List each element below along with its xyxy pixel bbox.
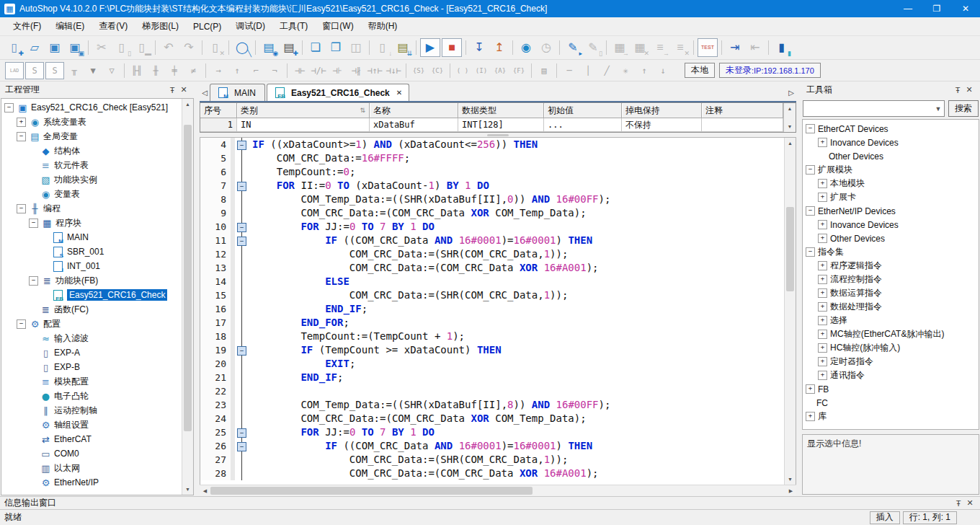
search-button[interactable]: 搜索: [948, 100, 979, 117]
contact-series-no-icon[interactable]: ⊣⊦: [329, 63, 346, 79]
contact-no-icon[interactable]: ⊣⊢: [291, 63, 308, 79]
fold-marker[interactable]: −: [235, 439, 249, 453]
tree-item-数据处理指令[interactable]: +数据处理指令: [803, 300, 979, 314]
collapse-icon[interactable]: −: [17, 132, 26, 141]
collapse-icon[interactable]: −: [17, 319, 26, 329]
scroll-up-icon[interactable]: ▲: [182, 99, 193, 110]
chip-write-icon[interactable]: ▦→: [610, 39, 629, 56]
copy-icon[interactable]: ▯▯: [112, 39, 131, 56]
tree-item-结构体[interactable]: ◆结构体: [1, 144, 182, 158]
row-insert-icon[interactable]: ≡→: [651, 39, 669, 56]
tree-item-系统变量表[interactable]: +◉系统变量表: [1, 115, 182, 129]
tree-item-程序块[interactable]: −▦程序块: [1, 216, 182, 230]
undo-icon[interactable]: ↶: [159, 39, 178, 56]
tab-MAIN[interactable]: MMAIN: [210, 84, 265, 101]
batch-monitor-icon[interactable]: ◫: [347, 39, 365, 56]
fold-marker[interactable]: −: [235, 138, 249, 151]
pin-icon[interactable]: Ŧ: [953, 499, 964, 508]
contact-nc-icon[interactable]: ⊣/⊢: [310, 63, 327, 79]
redo-icon[interactable]: ↷: [179, 39, 198, 56]
tab-scroll-right[interactable]: ▷: [786, 85, 796, 100]
coil-inverse-icon[interactable]: (I): [473, 63, 490, 79]
table-cell[interactable]: 不保持: [622, 118, 702, 132]
window-export-icon[interactable]: ❐: [326, 39, 345, 56]
local-button[interactable]: 本地: [685, 63, 715, 78]
tree-item-全局变量[interactable]: −▤全局变量: [1, 129, 182, 144]
tree-item-输入滤波[interactable]: ≈输入滤波: [1, 331, 182, 345]
pin-icon[interactable]: Ŧ: [952, 86, 963, 94]
menu-PLC(P)[interactable]: PLC(P): [186, 17, 228, 35]
column-header-掉电保持[interactable]: 掉电保持: [622, 103, 702, 118]
scroll-left-icon[interactable]: ◀: [200, 485, 210, 496]
fold-marker[interactable]: −: [235, 220, 249, 234]
expand-icon[interactable]: +: [806, 384, 815, 394]
restore-button[interactable]: ❐: [922, 0, 951, 17]
tree-item-Other Devices[interactable]: Other Devices: [803, 149, 979, 163]
ladder-col-add-icon[interactable]: ≠: [184, 63, 202, 79]
collapse-icon[interactable]: −: [806, 124, 815, 133]
search-icon[interactable]: ◯╲: [233, 39, 251, 56]
run-icon[interactable]: ▶: [420, 38, 440, 57]
sfc-step2-icon[interactable]: S: [45, 62, 64, 79]
tab-close-icon[interactable]: ✕: [396, 89, 402, 97]
tree-item-定时器指令[interactable]: +定时器指令: [803, 355, 979, 369]
column-header-数据类型[interactable]: 数据类型: [458, 103, 544, 118]
tree-item-扩展卡[interactable]: +扩展卡: [803, 190, 979, 204]
minimize-button[interactable]: —: [894, 0, 922, 17]
expand-icon[interactable]: +: [818, 316, 827, 325]
tree-item-EXP-B[interactable]: ▯EXP-B: [1, 360, 182, 374]
func-block-a-icon[interactable]: {A}: [491, 63, 509, 79]
scroll-up-icon[interactable]: ▲: [785, 103, 796, 114]
table-cell[interactable]: INT[128]: [458, 118, 544, 132]
project-tree-scrollbar[interactable]: ▲ ▼: [182, 99, 193, 495]
delete-icon[interactable]: ▯✕: [206, 39, 225, 56]
tree-item-指令集[interactable]: −指令集: [803, 245, 979, 259]
window-cascade-icon[interactable]: ❏: [306, 39, 325, 56]
expand-icon[interactable]: +: [818, 357, 827, 366]
chip-erase-icon[interactable]: ▦✕: [631, 39, 649, 56]
func-block-f-icon[interactable]: {F}: [510, 63, 527, 79]
table-cell[interactable]: [702, 118, 783, 132]
tree-item-MC轴控(EtherCAT&脉冲输出)[interactable]: +MC轴控(EtherCAT&脉冲输出): [803, 327, 979, 341]
tree-item-EXP-A[interactable]: ▯EXP-A: [1, 345, 182, 360]
collapse-icon[interactable]: −: [29, 276, 38, 286]
chevron-down-icon[interactable]: ▼: [932, 105, 944, 112]
tree-item-流程控制指令[interactable]: +流程控制指令: [803, 273, 979, 286]
device-panel-icon[interactable]: ▮▮: [772, 39, 791, 56]
compile-all-icon[interactable]: ▤⇊: [393, 39, 412, 56]
tree-item-EtherNet/IP Devices[interactable]: −EtherNet/IP Devices: [803, 204, 979, 218]
menu-查看(V)[interactable]: 查看(V): [92, 17, 135, 35]
save-icon[interactable]: ▣: [45, 39, 64, 56]
ladder-row-insert-icon[interactable]: ╟╢: [128, 63, 146, 79]
expand-icon[interactable]: +: [818, 288, 827, 298]
tree-item-函数(FC)[interactable]: ≣函数(FC): [1, 302, 182, 317]
scroll-down-icon[interactable]: ▼: [182, 484, 193, 495]
tab-scroll-left[interactable]: ◁: [200, 85, 210, 100]
print-icon[interactable]: ▤✚: [280, 39, 298, 56]
expand-icon[interactable]: +: [818, 193, 827, 202]
tree-item-运动控制轴[interactable]: ‖运动控制轴: [1, 403, 182, 418]
line-delete-icon[interactable]: ╱: [598, 63, 615, 79]
column-header-初始值[interactable]: 初始值: [544, 103, 622, 118]
tree-item-EtherCAT[interactable]: ⇄EtherCAT: [1, 432, 182, 446]
column-header-注释[interactable]: 注释: [702, 103, 783, 118]
login-icon[interactable]: ⇥: [726, 39, 744, 56]
tree-item-Easy521_CRC16_Check [Easy521][interactable]: −▣Easy521_CRC16_Check [Easy521]: [1, 100, 182, 115]
collapse-icon[interactable]: −: [806, 165, 815, 175]
sfc-step-icon[interactable]: S: [25, 62, 44, 79]
column-header-名称[interactable]: 名称: [370, 103, 458, 118]
compile-icon[interactable]: ▯↓: [373, 39, 392, 56]
online-edit-icon[interactable]: ✎▸: [564, 39, 582, 56]
coil-out-icon[interactable]: ( ): [454, 63, 471, 79]
expand-icon[interactable]: +: [818, 343, 827, 353]
menu-调试(D)[interactable]: 调试(D): [228, 17, 272, 35]
delete-all-lines-icon[interactable]: ✳: [617, 63, 634, 79]
collapse-icon[interactable]: −: [17, 204, 26, 213]
tree-item-Inovance Devices[interactable]: +Inovance Devices: [803, 218, 979, 231]
stop-icon[interactable]: ■: [442, 38, 462, 57]
new-file-icon[interactable]: ▯✚: [5, 39, 24, 56]
tree-item-COM0[interactable]: ▭COM0: [1, 446, 182, 461]
expand-icon[interactable]: +: [818, 275, 827, 284]
hline-tool-icon[interactable]: ─: [561, 63, 578, 79]
contact-series-nc-icon[interactable]: ⊣∦: [347, 63, 365, 79]
